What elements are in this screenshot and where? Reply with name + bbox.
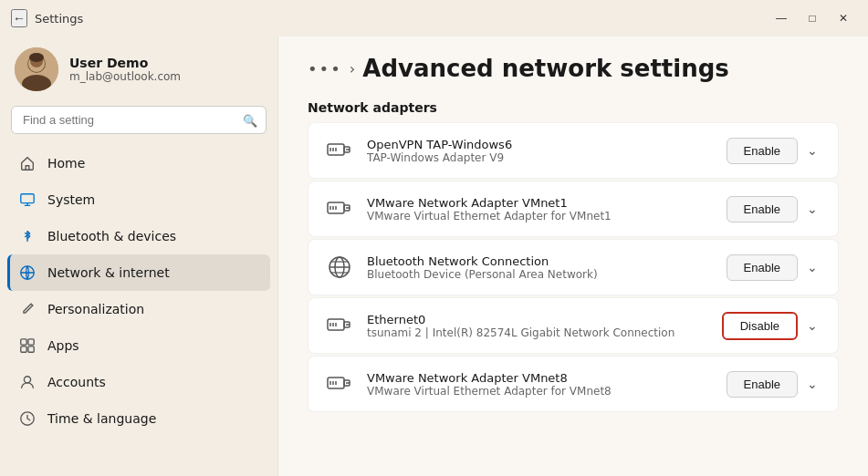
user-name: User Demo	[69, 56, 181, 70]
expand-button-openvpn[interactable]: ⌄	[801, 140, 823, 161]
enable-button-vmnet1[interactable]: Enable	[727, 196, 798, 222]
adapter-actions-vmnet1: Enable ⌄	[727, 196, 823, 222]
avatar	[15, 47, 58, 91]
adapter-item-vmnet1: VMware Network Adapter VMnet1 VMware Vir…	[308, 181, 839, 237]
adapter-name-vmnet8: VMware Network Adapter VMnet8	[367, 371, 716, 385]
sidebar-item-apps[interactable]: Apps	[7, 327, 270, 364]
home-icon	[18, 154, 37, 172]
enable-button-openvpn[interactable]: Enable	[727, 138, 798, 164]
sidebar-item-personalization[interactable]: Personalization	[7, 291, 270, 327]
personalization-icon	[18, 300, 37, 318]
network-icon	[18, 264, 37, 282]
enable-button-bluetooth-net[interactable]: Enable	[727, 254, 798, 281]
sidebar-item-network[interactable]: Network & internet	[7, 254, 270, 291]
svg-rect-10	[21, 347, 26, 352]
expand-button-vmnet1[interactable]: ⌄	[801, 198, 823, 220]
sidebar-item-label-network: Network & internet	[47, 265, 170, 280]
search-input[interactable]	[11, 106, 267, 134]
sidebar-item-label-time: Time & language	[47, 411, 156, 426]
adapter-actions-bluetooth-net: Enable ⌄	[727, 254, 823, 281]
user-profile[interactable]: User Demo m_lab@outlook.com	[7, 36, 270, 106]
title-bar: ← Settings — □ ✕	[0, 0, 868, 36]
accounts-icon	[18, 373, 37, 391]
adapter-desc-openvpn: TAP-Windows Adapter V9	[367, 151, 716, 164]
window-controls: — □ ✕	[768, 8, 857, 28]
svg-point-12	[24, 377, 30, 383]
svg-point-5	[29, 53, 44, 62]
app-body: User Demo m_lab@outlook.com 🔍 HomeSystem…	[0, 36, 868, 476]
adapter-item-vmnet8: VMware Network Adapter VMnet8 VMware Vir…	[308, 356, 839, 412]
adapter-desc-bluetooth-net: Bluetooth Device (Personal Area Network)	[367, 268, 716, 281]
bluetooth-icon	[18, 227, 37, 245]
adapter-icon-bluetooth-net	[323, 251, 356, 284]
sidebar: User Demo m_lab@outlook.com 🔍 HomeSystem…	[0, 36, 278, 476]
system-icon	[18, 191, 37, 209]
adapter-actions-vmnet8: Enable ⌄	[727, 371, 823, 398]
expand-button-bluetooth-net[interactable]: ⌄	[801, 256, 823, 278]
adapter-icon-ethernet0	[323, 309, 356, 342]
expand-button-vmnet8[interactable]: ⌄	[801, 373, 823, 395]
adapter-item-ethernet0: Ethernet0 tsunami 2 | Intel(R) 82574L Gi…	[308, 297, 839, 354]
svg-rect-9	[28, 339, 34, 345]
adapter-icon-vmnet1	[323, 192, 356, 225]
sidebar-item-label-home: Home	[47, 156, 85, 171]
adapter-desc-ethernet0: tsunami 2 | Intel(R) 82574L Gigabit Netw…	[367, 326, 711, 339]
adapter-name-openvpn: OpenVPN TAP-Windows6	[367, 138, 716, 151]
disable-button-ethernet0[interactable]: Disable	[722, 312, 798, 340]
breadcrumb-arrow: ›	[350, 60, 355, 78]
adapter-actions-ethernet0: Disable ⌄	[722, 312, 823, 340]
adapter-info-vmnet1: VMware Network Adapter VMnet1 VMware Vir…	[367, 196, 716, 222]
adapter-name-bluetooth-net: Bluetooth Network Connection	[367, 254, 716, 268]
page-title: Advanced network settings	[362, 55, 729, 82]
section-title: Network adapters	[308, 100, 839, 115]
sidebar-item-label-accounts: Accounts	[47, 375, 106, 389]
maximize-button[interactable]: □	[799, 8, 826, 28]
minimize-button[interactable]: —	[768, 8, 795, 28]
adapter-icon-openvpn	[323, 134, 356, 167]
adapter-name-vmnet1: VMware Network Adapter VMnet1	[367, 196, 716, 210]
main-content: ••• › Advanced network settings Network …	[278, 36, 868, 476]
search-icon: 🔍	[243, 113, 257, 127]
page-header: ••• › Advanced network settings	[308, 55, 839, 82]
adapter-desc-vmnet1: VMware Virtual Ethernet Adapter for VMne…	[367, 210, 716, 222]
adapter-list: OpenVPN TAP-Windows6 TAP-Windows Adapter…	[308, 122, 839, 412]
svg-rect-11	[28, 347, 34, 352]
adapter-name-ethernet0: Ethernet0	[367, 313, 711, 326]
close-button[interactable]: ✕	[830, 8, 857, 28]
expand-button-ethernet0[interactable]: ⌄	[801, 315, 823, 336]
sidebar-item-home[interactable]: Home	[7, 145, 270, 181]
sidebar-item-label-personalization: Personalization	[47, 302, 144, 316]
sidebar-item-bluetooth[interactable]: Bluetooth & devices	[7, 218, 270, 254]
adapter-info-vmnet8: VMware Network Adapter VMnet8 VMware Vir…	[367, 371, 716, 398]
adapter-info-openvpn: OpenVPN TAP-Windows6 TAP-Windows Adapter…	[367, 138, 716, 164]
sidebar-item-accounts[interactable]: Accounts	[7, 364, 270, 400]
user-info: User Demo m_lab@outlook.com	[69, 56, 181, 83]
sidebar-item-time[interactable]: Time & language	[7, 400, 270, 437]
sidebar-item-system[interactable]: System	[7, 181, 270, 218]
svg-rect-6	[21, 194, 34, 203]
apps-icon	[18, 336, 37, 355]
adapter-item-bluetooth-net: Bluetooth Network Connection Bluetooth D…	[308, 239, 839, 295]
adapter-desc-vmnet8: VMware Virtual Ethernet Adapter for VMne…	[367, 385, 716, 398]
app-title: Settings	[35, 12, 760, 26]
search-box: 🔍	[11, 106, 267, 134]
breadcrumb-dots[interactable]: •••	[308, 59, 342, 78]
nav-list: HomeSystemBluetooth & devicesNetwork & i…	[7, 145, 270, 437]
svg-rect-8	[21, 339, 26, 345]
adapter-item-openvpn: OpenVPN TAP-Windows6 TAP-Windows Adapter…	[308, 122, 839, 179]
sidebar-item-label-bluetooth: Bluetooth & devices	[47, 229, 176, 243]
enable-button-vmnet8[interactable]: Enable	[727, 371, 798, 398]
adapter-info-bluetooth-net: Bluetooth Network Connection Bluetooth D…	[367, 254, 716, 281]
time-icon	[18, 409, 37, 428]
sidebar-item-label-apps: Apps	[47, 338, 79, 353]
sidebar-item-label-system: System	[47, 192, 95, 207]
back-button[interactable]: ←	[11, 9, 27, 27]
adapter-icon-vmnet8	[323, 367, 356, 400]
user-email: m_lab@outlook.com	[69, 70, 181, 83]
adapter-actions-openvpn: Enable ⌄	[727, 138, 823, 164]
adapter-info-ethernet0: Ethernet0 tsunami 2 | Intel(R) 82574L Gi…	[367, 313, 711, 339]
